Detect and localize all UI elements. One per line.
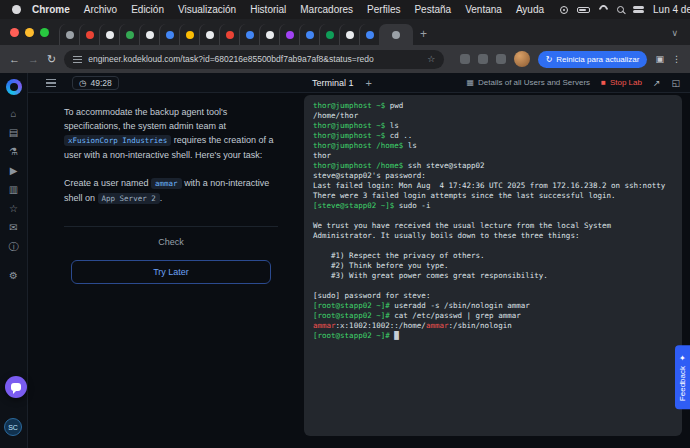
menubar-item[interactable]: Visualización xyxy=(171,4,243,15)
terminal-line xyxy=(313,211,673,221)
username-chip: ammar xyxy=(151,178,182,189)
open-external-icon[interactable]: ↗ xyxy=(653,78,661,88)
close-window-button[interactable] xyxy=(10,28,19,37)
browser-tab[interactable] xyxy=(279,24,299,45)
user-avatar[interactable]: SC xyxy=(4,418,22,436)
chat-launcher-button[interactable] xyxy=(5,376,27,398)
terminal-output[interactable]: thor@jumphost ~$ pwd/home/thorthor@jumph… xyxy=(304,95,682,436)
check-button[interactable]: Check xyxy=(158,237,184,247)
browser-tab[interactable] xyxy=(259,24,279,45)
screen-record-icon[interactable] xyxy=(560,6,568,14)
browser-tab[interactable] xyxy=(159,24,179,45)
tab-favicon xyxy=(126,31,134,39)
browser-tab[interactable] xyxy=(319,24,339,45)
feedback-star-icon: ✦ xyxy=(678,353,687,362)
tab-favicon xyxy=(146,31,154,39)
tab-favicon xyxy=(392,31,400,39)
back-icon[interactable]: ← xyxy=(9,54,20,65)
reload-icon[interactable]: ↻ xyxy=(47,54,56,65)
menubar-item[interactable]: Ayuda xyxy=(509,4,551,15)
library-icon[interactable]: ▥ xyxy=(0,180,27,199)
kodekloud-page: ⌂▤⚗▶▥☆✉ⓘ ⚙ ◷ 49:28 Terminal 1 + ▦ Detail… xyxy=(0,73,690,448)
menubar-item[interactable]: Chrome xyxy=(25,4,77,15)
labs-icon[interactable]: ⚗ xyxy=(0,142,27,161)
minimize-window-button[interactable] xyxy=(25,28,34,37)
stop-lab-button[interactable]: ■ Stop Lab xyxy=(601,78,642,87)
address-bar[interactable]: engineer.kodekloud.com/task?id=680216e85… xyxy=(64,50,444,69)
menubar-item[interactable]: Pestaña xyxy=(407,4,458,15)
chrome-menu-icon[interactable]: ⋮ xyxy=(672,55,681,64)
terminal-header: Terminal 1 + ▦ Details of all Users and … xyxy=(302,77,690,89)
extensions-puzzle-icon[interactable]: ▣ xyxy=(655,55,664,64)
browser-tab[interactable] xyxy=(379,24,413,45)
clock-icon: ◷ xyxy=(79,78,86,88)
courses-icon[interactable]: ▤ xyxy=(0,123,27,142)
terminal-line: Administrator. It usually boils down to … xyxy=(313,231,673,241)
info-icon[interactable]: ⓘ xyxy=(0,237,27,256)
tab-favicon xyxy=(86,31,94,39)
browser-tab[interactable] xyxy=(179,24,199,45)
home-icon[interactable]: ⌂ xyxy=(0,104,27,123)
menubar-item[interactable]: Marcadores xyxy=(293,4,360,15)
browser-tab[interactable] xyxy=(139,24,159,45)
browser-tab[interactable] xyxy=(59,24,79,45)
feedback-button[interactable]: Feedback ✦ xyxy=(675,345,690,409)
tab-terminal-1[interactable]: Terminal 1 xyxy=(312,78,354,88)
chat-icon xyxy=(11,383,21,391)
battery-icon[interactable] xyxy=(577,7,590,13)
menubar-item[interactable]: Perfiles xyxy=(360,4,407,15)
playgrounds-icon[interactable]: ▶ xyxy=(0,161,27,180)
fullscreen-icon[interactable]: ◱ xyxy=(671,78,680,88)
tab-favicon xyxy=(286,31,294,39)
tab-favicon xyxy=(246,31,254,39)
terminal-line: #2) Think before you type. xyxy=(313,261,673,271)
bookmark-star-icon[interactable]: ☆ xyxy=(427,54,435,64)
browser-tab[interactable] xyxy=(359,24,379,45)
messages-icon[interactable]: ✉ xyxy=(0,218,27,237)
details-link[interactable]: ▦ Details of all Users and Servers xyxy=(466,78,590,87)
browser-tab[interactable] xyxy=(239,24,259,45)
extension-icon[interactable] xyxy=(496,54,506,64)
menubar-clock[interactable]: Lun 4 de ago. 12:44 p.m. xyxy=(653,4,690,15)
menubar-item[interactable]: Archivo xyxy=(77,4,124,15)
achievements-icon[interactable]: ☆ xyxy=(0,199,27,218)
settings-icon[interactable]: ⚙ xyxy=(0,266,27,285)
extension-icon[interactable] xyxy=(478,54,488,64)
tab-search-chevron-icon[interactable]: ∨ xyxy=(671,28,684,45)
browser-tab[interactable] xyxy=(79,24,99,45)
browser-tab[interactable] xyxy=(199,24,219,45)
url-text[interactable]: engineer.kodekloud.com/task?id=680216e85… xyxy=(88,54,373,64)
menubar-item[interactable]: Historial xyxy=(243,4,293,15)
site-settings-icon[interactable] xyxy=(73,56,82,63)
browser-tab[interactable] xyxy=(219,24,239,45)
kodekloud-logo[interactable] xyxy=(6,79,22,95)
apple-logo-icon[interactable] xyxy=(12,5,21,14)
extension-icon[interactable] xyxy=(460,54,470,64)
tab-favicon xyxy=(346,31,354,39)
lab-timer: ◷ 49:28 xyxy=(72,76,119,90)
task-description: To accommodate the backup agent tool's s… xyxy=(64,105,278,162)
browser-tab[interactable] xyxy=(299,24,319,45)
new-terminal-button[interactable]: + xyxy=(366,77,372,89)
lab-header-left: ◷ 49:28 xyxy=(28,76,302,90)
profile-avatar[interactable] xyxy=(514,51,530,67)
terminal-line: [steve@stapp02 ~]$ sudo -i xyxy=(313,201,673,211)
panel-toggle-icon[interactable] xyxy=(46,79,56,87)
restart-to-update-button[interactable]: ↻ Reinicia para actualizar xyxy=(538,51,648,68)
forward-icon[interactable]: → xyxy=(28,54,39,65)
lab-header-actions: ▦ Details of all Users and Servers ■ Sto… xyxy=(466,78,680,88)
timer-value: 49:28 xyxy=(90,78,111,88)
try-later-button[interactable]: Try Later xyxy=(71,260,271,284)
spotlight-search-icon[interactable] xyxy=(617,6,624,13)
menubar-item[interactable]: Ventana xyxy=(458,4,509,15)
control-center-icon[interactable] xyxy=(633,5,644,14)
menubar-item[interactable]: Edición xyxy=(124,4,171,15)
content-row: To accommodate the backup agent tool's s… xyxy=(28,93,690,448)
browser-tab[interactable] xyxy=(99,24,119,45)
terminal-line: thor@jumphost /home$ ls xyxy=(313,141,673,151)
fullscreen-window-button[interactable] xyxy=(40,28,49,37)
browser-tab[interactable] xyxy=(339,24,359,45)
wifi-icon[interactable] xyxy=(597,3,610,16)
new-tab-button[interactable]: + xyxy=(420,28,427,40)
browser-tab[interactable] xyxy=(119,24,139,45)
